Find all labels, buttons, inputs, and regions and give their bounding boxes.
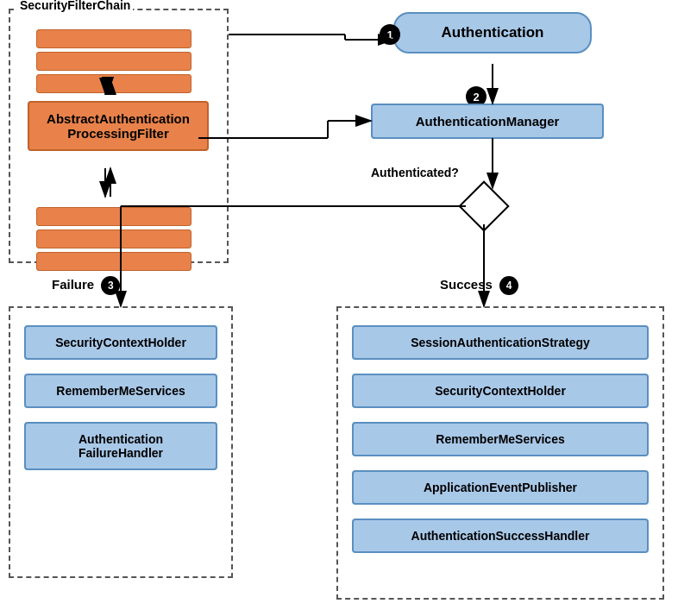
orange-bar-3 [36, 74, 191, 93]
authentication-box: Authentication [393, 12, 592, 53]
security-filter-chain-label: SecurityFilterChain [17, 0, 133, 12]
authentication-manager-box: AuthenticationManager [371, 104, 604, 139]
badge-4: 4 [499, 276, 518, 295]
success-text: Success [440, 277, 493, 292]
authentication-label: Authentication [442, 24, 544, 41]
orange-bar-4 [36, 207, 191, 226]
success-component-1: SessionAuthenticationStrategy [352, 325, 649, 360]
bottom-orange-bars [36, 207, 191, 274]
badge-3: 3 [101, 276, 120, 295]
orange-bar-6 [36, 252, 191, 271]
failure-component-3: AuthenticationFailureHandler [24, 422, 217, 470]
top-orange-bars [36, 29, 191, 97]
success-component-2: SecurityContextHolder [352, 374, 649, 408]
abstract-auth-box: AbstractAuthenticationProcessingFilter [28, 101, 209, 151]
success-component-5: AuthenticationSuccessHandler [352, 519, 649, 553]
success-label: Success 4 [440, 276, 515, 295]
failure-label: Failure 3 [52, 276, 116, 295]
badge-1: 1 [380, 24, 400, 45]
orange-bar-1 [36, 29, 191, 48]
success-box: SessionAuthenticationStrategy SecurityCo… [336, 306, 664, 600]
orange-bar-2 [36, 52, 191, 71]
success-component-3: RememberMeServices [352, 422, 649, 456]
failure-text: Failure [52, 277, 94, 292]
decision-diamond [458, 180, 509, 231]
authentication-manager-label: AuthenticationManager [416, 114, 560, 129]
failure-box: SecurityContextHolder RememberMeServices… [9, 306, 233, 578]
authenticated-label: Authenticated? [371, 166, 459, 179]
failure-component-2: RememberMeServices [24, 374, 217, 408]
success-component-4: ApplicationEventPublisher [352, 470, 649, 505]
diagram-container: SecurityFilterChain AbstractAuthenticati… [0, 0, 678, 616]
security-filter-chain-box: SecurityFilterChain AbstractAuthenticati… [9, 9, 229, 263]
orange-bar-5 [36, 229, 191, 248]
failure-component-1: SecurityContextHolder [24, 325, 217, 360]
